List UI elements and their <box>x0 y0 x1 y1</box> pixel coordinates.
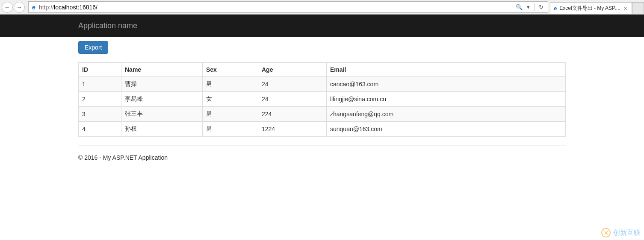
cell-email: caocao@163.com <box>327 77 566 92</box>
cell-name: 张三丰 <box>121 107 203 122</box>
separator <box>534 3 535 11</box>
cell-sex: 男 <box>203 122 258 137</box>
cell-id: 2 <box>79 92 121 107</box>
cell-sex: 男 <box>203 107 258 122</box>
cell-age: 24 <box>258 77 327 92</box>
footer: © 2016 - My ASP.NET Application <box>78 154 566 174</box>
cell-sex: 女 <box>203 92 258 107</box>
nav-buttons: ← → <box>0 0 27 14</box>
arrow-right-icon: → <box>16 4 22 11</box>
url-prefix: http:// <box>39 4 54 11</box>
url-text: http://localhost:16816/ <box>39 3 511 12</box>
col-header-age: Age <box>258 63 327 77</box>
cell-id: 4 <box>79 122 121 137</box>
ie-icon: e <box>29 4 39 11</box>
brand-link[interactable]: Application name <box>78 15 137 37</box>
cell-age: 1224 <box>258 122 327 137</box>
new-tab-button[interactable] <box>632 2 644 14</box>
tab-strip: e Excel文件导出 - My ASP.... × <box>550 1 644 14</box>
cell-name: 李易峰 <box>121 92 203 107</box>
cell-age: 224 <box>258 107 327 122</box>
cell-age: 24 <box>258 92 327 107</box>
cell-email: zhangsanfeng@qq.com <box>327 107 566 122</box>
ie-icon: e <box>554 5 557 12</box>
export-button[interactable]: Export <box>78 41 108 54</box>
browser-tab-active[interactable]: e Excel文件导出 - My ASP.... × <box>550 2 632 14</box>
main-container: Export ID Name Sex Age Email 1曹操男24caoca… <box>72 41 572 174</box>
close-icon[interactable]: × <box>623 5 628 12</box>
table-header-row: ID Name Sex Age Email <box>79 63 566 77</box>
address-controls: 🔍 ▾ ↻ <box>511 3 548 11</box>
back-button[interactable]: ← <box>2 2 13 13</box>
table-row: 1曹操男24caocao@163.com <box>79 77 566 92</box>
tab-title: Excel文件导出 - My ASP.... <box>559 5 620 12</box>
cell-id: 1 <box>79 77 121 92</box>
col-header-id: ID <box>79 63 121 77</box>
action-row: Export <box>78 41 566 54</box>
forward-button[interactable]: → <box>14 2 25 13</box>
divider <box>78 145 566 146</box>
refresh-icon[interactable]: ↻ <box>537 4 545 10</box>
cell-email: lilingjie@sina.com.cn <box>327 92 566 107</box>
cell-email: sunquan@163.com <box>327 122 566 137</box>
search-icon[interactable]: 🔍 <box>514 4 524 10</box>
footer-text: © 2016 - My ASP.NET Application <box>78 154 168 161</box>
table-row: 2李易峰女24lilingjie@sina.com.cn <box>79 92 566 107</box>
data-table: ID Name Sex Age Email 1曹操男24caocao@163.c… <box>78 62 566 137</box>
dropdown-icon[interactable]: ▾ <box>525 4 532 10</box>
url-port-path: 16816/ <box>79 4 97 11</box>
cell-name: 曹操 <box>121 77 203 92</box>
cell-sex: 男 <box>203 77 258 92</box>
table-row: 3张三丰男224zhangsanfeng@qq.com <box>79 107 566 122</box>
col-header-email: Email <box>327 63 566 77</box>
arrow-left-icon: ← <box>4 4 10 11</box>
table-row: 4孙权男1224sunquan@163.com <box>79 122 566 137</box>
cell-name: 孙权 <box>121 122 203 137</box>
url-host: localhost: <box>54 4 79 11</box>
col-header-name: Name <box>121 63 203 77</box>
browser-chrome: ← → e http://localhost:16816/ 🔍 ▾ ↻ e Ex… <box>0 0 644 15</box>
cell-id: 3 <box>79 107 121 122</box>
address-bar[interactable]: e http://localhost:16816/ 🔍 ▾ ↻ <box>28 1 548 13</box>
navbar: Application name <box>0 15 644 37</box>
col-header-sex: Sex <box>203 63 258 77</box>
